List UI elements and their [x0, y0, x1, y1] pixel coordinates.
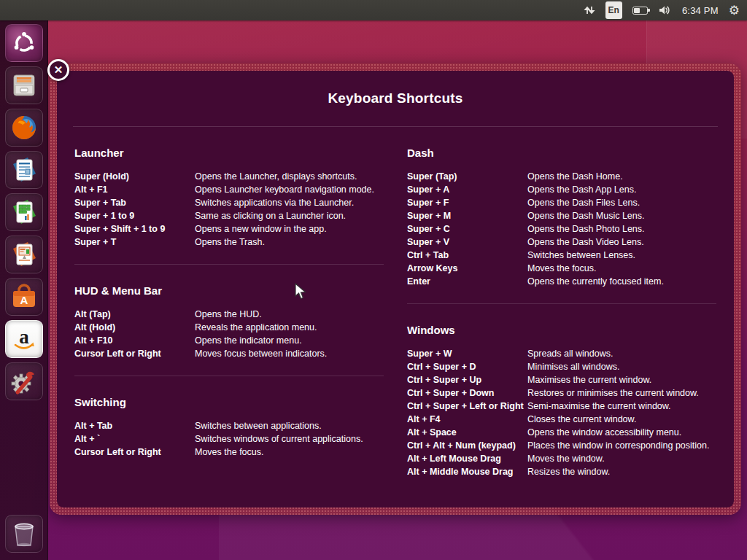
shortcut-rows: Super + WSpreads all windows.Ctrl + Supe… — [407, 347, 716, 478]
shortcut-description: Opens the Dash Photo Lens. — [527, 222, 716, 236]
shortcut-keys: Super + T — [74, 236, 193, 249]
launcher-item-trash[interactable] — [5, 515, 43, 553]
shortcut-description: Opens the Trash. — [195, 236, 384, 249]
updown-arrows-icon[interactable] — [584, 1, 595, 19]
shortcut-keys: Cursor Left or Right — [74, 446, 193, 459]
shortcut-description: Opens the Dash App Lens. — [527, 183, 716, 196]
section-separator — [407, 303, 716, 304]
shortcut-rows: Alt + TabSwitches between applications.A… — [74, 419, 384, 459]
section-separator — [74, 264, 384, 265]
section-separator — [74, 376, 384, 376]
launcher-item-libreoffice-impress[interactable] — [5, 236, 43, 273]
shortcut-description: Switches between Lenses. — [527, 249, 716, 262]
launcher-item-libreoffice-calc[interactable] — [5, 193, 43, 231]
shortcut-keys: Super + F — [407, 196, 526, 209]
launcher-item-software-center[interactable]: A — [5, 278, 43, 316]
launcher-item-firefox[interactable] — [5, 109, 43, 147]
shortcut-keys: Super + Shift + 1 to 9 — [74, 222, 193, 236]
shortcut-keys: Super + V — [407, 236, 526, 249]
overlay-title: Keyboard Shortcuts — [57, 71, 734, 126]
shortcut-keys: Ctrl + Tab — [407, 249, 526, 262]
battery-icon[interactable] — [632, 1, 648, 19]
shortcut-description: Moves the focus. — [195, 446, 384, 459]
files-icon — [9, 71, 39, 100]
trash-icon — [9, 518, 39, 549]
libreoffice-writer-icon — [9, 155, 39, 184]
shortcut-description: Places the window in corresponding posit… — [527, 439, 716, 452]
launcher-item-system-settings[interactable] — [5, 362, 43, 400]
firefox-icon — [9, 112, 39, 143]
shortcut-keys: Ctrl + Super + Up — [407, 373, 526, 386]
shortcut-keys: Alt (Tap) — [74, 308, 193, 321]
shortcut-keys: Arrow Keys — [407, 262, 526, 275]
clock[interactable]: 6:34 PM — [682, 1, 719, 19]
amazon-icon: a — [9, 324, 39, 354]
shortcut-keys: Super + W — [407, 347, 526, 360]
launcher-item-amazon[interactable]: a — [5, 320, 43, 358]
shortcut-keys: Super (Hold) — [74, 170, 193, 183]
launcher-item-files[interactable] — [5, 66, 43, 104]
ubuntu-dash-icon — [10, 29, 38, 57]
section-heading: HUD & Menu Bar — [74, 284, 384, 297]
shortcut-keys: Cursor Left or Right — [74, 347, 193, 360]
shortcut-keys: Alt + F4 — [407, 413, 526, 426]
shortcuts-column-right: DashSuper (Tap)Opens the Dash Home.Super… — [407, 127, 716, 478]
shortcut-description: Opens Launcher keyboard navigation mode. — [195, 183, 384, 196]
shortcut-description: Restores or minimises the current window… — [527, 386, 716, 400]
shortcut-keys: Super + M — [407, 209, 526, 222]
shortcut-description: Minimises all windows. — [527, 360, 716, 373]
shortcut-description: Opens a new window in the app. — [195, 222, 384, 236]
shortcut-keys: Ctrl + Super + D — [407, 360, 526, 373]
shortcut-description: Opens the window accessibility menu. — [527, 426, 716, 439]
shortcut-keys: Super + A — [407, 183, 526, 196]
launcher-item-ubuntu-dash[interactable] — [5, 24, 43, 62]
shortcut-description: Opens the Dash Music Lens. — [527, 209, 716, 222]
shortcut-description: Opens the Dash Home. — [527, 170, 716, 183]
shortcut-description: Moves the focus. — [527, 262, 716, 275]
section-heading: Windows — [407, 324, 716, 336]
shortcut-description: Resizes the window. — [527, 465, 716, 478]
shortcut-description: Maximises the current window. — [527, 373, 716, 386]
shortcut-rows: Alt (Tap)Opens the HUD.Alt (Hold)Reveals… — [74, 308, 384, 360]
shortcut-description: Semi-maximise the current window. — [527, 400, 716, 413]
shortcut-description: Opens the indicator menu. — [195, 334, 384, 347]
libreoffice-impress-icon — [9, 240, 39, 269]
shortcut-keys: Alt + Middle Mouse Drag — [407, 465, 526, 478]
unity-launcher: A a — [0, 20, 48, 560]
software-center-icon: A — [9, 281, 39, 312]
shortcuts-panel: Keyboard Shortcuts LauncherSuper (Hold)O… — [57, 71, 734, 508]
shortcut-keys: Super (Tap) — [407, 170, 526, 183]
shortcut-keys: Alt + ` — [74, 432, 193, 446]
shortcut-description: Opens the Launcher, displays shortcuts. — [195, 170, 384, 183]
close-button[interactable]: ✕ — [47, 59, 69, 81]
launcher-item-libreoffice-writer[interactable] — [5, 151, 43, 189]
shortcut-keys: Alt + F1 — [74, 183, 193, 196]
session-gear-icon[interactable]: ⚙ — [729, 1, 740, 19]
shortcut-keys: Super + 1 to 9 — [74, 209, 193, 222]
svg-text:a: a — [19, 326, 29, 348]
shortcut-description: Opens the Dash Video Lens. — [527, 236, 716, 249]
shortcut-description: Opens the currently focused item. — [527, 275, 716, 288]
shortcuts-columns: LauncherSuper (Hold)Opens the Launcher, … — [57, 127, 734, 478]
shortcut-description: Switches between applications. — [195, 419, 384, 432]
shortcut-keys: Ctrl + Alt + Num (keypad) — [407, 439, 526, 452]
shortcut-keys: Alt + F10 — [74, 334, 193, 347]
shortcut-keys: Enter — [407, 275, 526, 288]
volume-icon[interactable] — [658, 1, 672, 19]
shortcut-keys: Alt + Left Mouse Drag — [407, 452, 526, 465]
shortcut-keys: Super + C — [407, 222, 526, 236]
svg-text:A: A — [20, 294, 28, 306]
shortcut-keys: Ctrl + Super + Left or Right — [407, 400, 526, 413]
keyboard-layout-indicator[interactable]: En — [605, 1, 622, 19]
shortcut-rows: Super (Tap)Opens the Dash Home.Super + A… — [407, 170, 716, 288]
shortcut-description: Moves the window. — [527, 452, 716, 465]
system-settings-icon — [9, 366, 39, 397]
section-heading: Switching — [74, 396, 384, 408]
section-heading: Launcher — [74, 147, 384, 159]
shortcut-description: Switches windows of current applications… — [195, 432, 384, 446]
shortcut-description: Closes the current window. — [527, 413, 716, 426]
shortcut-keys: Alt + Space — [407, 426, 526, 439]
shortcut-description: Same as clicking on a Launcher icon. — [195, 209, 384, 222]
libreoffice-calc-icon — [9, 198, 39, 227]
shortcut-description: Reveals the application menu. — [195, 321, 384, 334]
